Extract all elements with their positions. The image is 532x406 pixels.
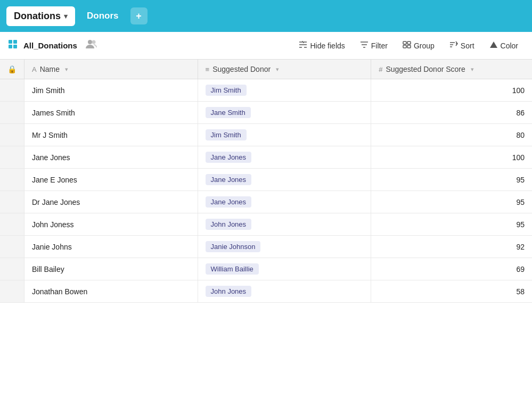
row-name-cell: Jonathan Bowen: [24, 280, 198, 303]
table-row[interactable]: Jonathan Bowen John Jones 58: [0, 280, 532, 303]
donor-tag[interactable]: Jim Smith: [206, 129, 247, 140]
sort-icon: [449, 41, 458, 50]
top-bar: Donations ▾ Donors +: [0, 0, 532, 32]
table-row[interactable]: Mr J Smith Jim Smith 80: [0, 124, 532, 146]
name-col-chevron-icon: ▾: [65, 66, 68, 73]
col-header-score[interactable]: # Suggested Donor Score ▾: [371, 60, 532, 79]
row-name-cell: Mr J Smith: [24, 124, 198, 146]
col-header-name[interactable]: A Name ▾: [24, 60, 198, 79]
row-name-cell: Jane E Jones: [24, 169, 198, 191]
add-tab-button[interactable]: +: [130, 7, 148, 24]
row-lock-cell: [0, 236, 24, 258]
donations-chevron-icon: ▾: [64, 12, 68, 20]
color-button[interactable]: Color: [483, 38, 525, 53]
donors-tab-label: Donors: [87, 11, 119, 21]
sort-button[interactable]: Sort: [443, 38, 481, 53]
row-score-cell: 86: [371, 102, 532, 124]
svg-rect-16: [407, 42, 411, 44]
svg-rect-0: [9, 40, 12, 44]
row-score-cell: 69: [371, 258, 532, 280]
row-score-cell: 95: [371, 191, 532, 213]
table-row[interactable]: Janie Johns Janie Johnson 92: [0, 236, 532, 258]
row-score-cell: 95: [371, 213, 532, 236]
table-row[interactable]: Jane Jones Jane Jones 100: [0, 146, 532, 169]
donor-tag[interactable]: John Jones: [206, 219, 252, 230]
row-name-cell: Jim Smith: [24, 79, 198, 102]
col-name-label: Name: [40, 65, 60, 73]
row-donor-cell: Jane Jones: [198, 146, 371, 169]
row-name-cell: Jane Jones: [24, 146, 198, 169]
donor-tag[interactable]: Janie Johnson: [206, 241, 261, 252]
table-row[interactable]: Jim Smith Jim Smith 100: [0, 79, 532, 102]
table-row[interactable]: Bill Bailey William Baillie 69: [0, 258, 532, 280]
donors-tab[interactable]: Donors: [79, 6, 126, 26]
table-wrapper: 🔒 A Name ▾ ≡ Suggested Donor ▾: [0, 60, 532, 406]
row-donor-cell: Jane Jones: [198, 169, 371, 191]
group-label: Group: [414, 42, 435, 50]
grid-view-icon: [7, 39, 18, 52]
col-score-label: Suggested Donor Score: [386, 65, 465, 73]
donations-tab-label: Donations: [14, 11, 61, 22]
svg-line-11: [302, 41, 304, 43]
people-icon: [86, 39, 97, 52]
row-donor-cell: Jim Smith: [198, 79, 371, 102]
hide-fields-icon: [299, 41, 307, 50]
svg-rect-2: [9, 45, 12, 48]
donor-tag[interactable]: John Jones: [206, 286, 252, 297]
group-icon: [403, 41, 411, 50]
row-lock-cell: [0, 146, 24, 169]
donor-tag[interactable]: Jane Jones: [206, 196, 252, 208]
row-donor-cell: John Jones: [198, 280, 371, 303]
svg-rect-18: [407, 45, 411, 48]
filter-button[interactable]: Filter: [354, 38, 394, 53]
svg-rect-17: [403, 45, 406, 48]
color-icon: [489, 41, 498, 50]
svg-point-4: [88, 40, 92, 44]
row-name-cell: Janie Johns: [24, 236, 198, 258]
row-lock-cell: [0, 258, 24, 280]
col-donor-label: Suggested Donor: [212, 65, 271, 73]
toolbar: All_Donations Hide fields: [0, 32, 532, 60]
donor-tag[interactable]: Jim Smith: [206, 85, 247, 96]
row-name-cell: Dr Jane Jones: [24, 191, 198, 213]
row-donor-cell: Jim Smith: [198, 124, 371, 146]
svg-rect-3: [13, 45, 17, 48]
row-score-cell: 100: [371, 79, 532, 102]
svg-marker-23: [490, 42, 497, 48]
row-donor-cell: William Baillie: [198, 258, 371, 280]
row-lock-cell: [0, 124, 24, 146]
row-score-cell: 80: [371, 124, 532, 146]
lock-icon: 🔒: [7, 65, 17, 73]
row-lock-cell: [0, 169, 24, 191]
donor-tag[interactable]: William Baillie: [206, 263, 259, 275]
row-name-cell: Bill Bailey: [24, 258, 198, 280]
donor-col-chevron-icon: ▾: [276, 66, 279, 73]
row-lock-cell: [0, 191, 24, 213]
view-name-label[interactable]: All_Donations: [23, 41, 77, 50]
svg-rect-1: [13, 40, 17, 44]
table-row[interactable]: Dr Jane Jones Jane Jones 95: [0, 191, 532, 213]
row-lock-cell: [0, 79, 24, 102]
table-header-row: 🔒 A Name ▾ ≡ Suggested Donor ▾: [0, 60, 532, 79]
sort-label: Sort: [461, 42, 474, 50]
row-donor-cell: John Jones: [198, 213, 371, 236]
table-row[interactable]: John Joness John Jones 95: [0, 213, 532, 236]
table-row[interactable]: James Smith Jane Smith 86: [0, 102, 532, 124]
filter-label: Filter: [371, 42, 388, 50]
row-name-cell: James Smith: [24, 102, 198, 124]
hide-fields-label: Hide fields: [310, 42, 345, 50]
donations-tab[interactable]: Donations ▾: [6, 6, 75, 26]
score-col-chevron-icon: ▾: [471, 66, 474, 73]
donor-tag[interactable]: Jane Jones: [206, 174, 252, 185]
table-row[interactable]: Jane E Jones Jane Jones 95: [0, 169, 532, 191]
donor-tag[interactable]: Jane Jones: [206, 152, 252, 163]
row-donor-cell: Jane Smith: [198, 102, 371, 124]
col-header-donor[interactable]: ≡ Suggested Donor ▾: [198, 60, 371, 79]
row-score-cell: 58: [371, 280, 532, 303]
row-donor-cell: Janie Johnson: [198, 236, 371, 258]
row-score-cell: 100: [371, 146, 532, 169]
group-button[interactable]: Group: [396, 38, 441, 53]
hide-fields-button[interactable]: Hide fields: [292, 38, 351, 53]
row-score-cell: 92: [371, 236, 532, 258]
donor-tag[interactable]: Jane Smith: [206, 107, 251, 118]
